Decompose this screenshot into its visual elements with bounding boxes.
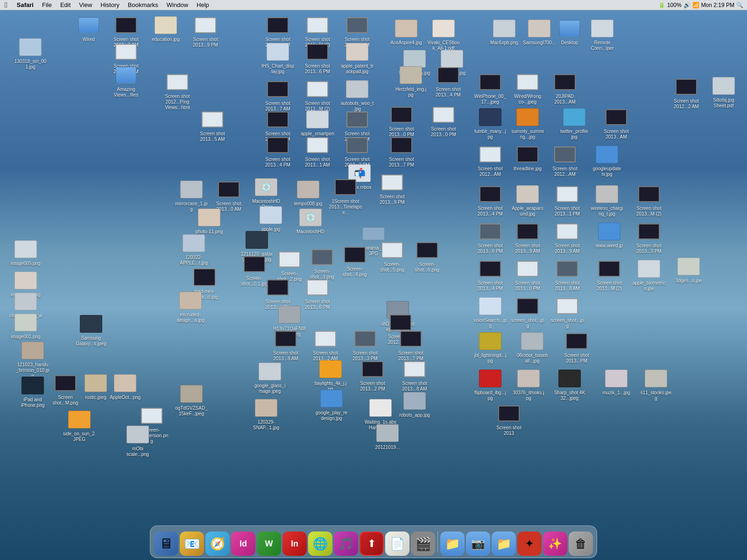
file-icon-ipad-iphone[interactable]: iPad and iPhone.png xyxy=(14,374,51,409)
file-icon-screen-cluster5[interactable]: Screen-shot...5.png xyxy=(374,239,411,273)
file-icon-ss-3pm-b[interactable]: Screen shot 2013...3 PM xyxy=(346,328,384,362)
file-icon-wired-wrong[interactable]: Wired/Wrong co-..jpeg xyxy=(509,71,546,105)
file-icon-ss-2013-4pm[interactable]: Screen shot 2013...4 PM xyxy=(472,183,509,217)
file-icon-voicesearch[interactable]: voiceSearch...jpg xyxy=(472,295,509,329)
file-icon-mac6xpb[interactable]: Mac6xpb.png xyxy=(486,17,523,46)
file-icon-aceaspire[interactable]: AceAspire4.jpg xyxy=(388,17,425,46)
file-icon-120322[interactable]: 120322-APPLE...t.jpg xyxy=(175,232,212,266)
file-icon-30376[interactable]: 30376_itmoks.jpg xyxy=(510,367,547,402)
file-icon-ss-m2c[interactable]: Screen shot 2013...M (2) xyxy=(630,183,668,217)
file-icon-ss-4pm-c[interactable]: Screen shot 2013...4 PM xyxy=(472,258,509,292)
file-icon-summly[interactable]: summly_summing...jpg xyxy=(509,106,546,140)
file-icon-image001[interactable]: image001.png xyxy=(7,311,44,340)
file-icon-ss-2013-836[interactable]: Screen shot 2013 xyxy=(490,402,528,437)
search-icon[interactable]: 🔍 xyxy=(736,2,743,8)
menu-window[interactable]: Window xyxy=(163,0,192,10)
menu-view[interactable]: View xyxy=(75,0,96,10)
file-icon-06robot[interactable]: 06robot_baseball...jpg xyxy=(514,330,551,364)
file-icon-twitter-profile[interactable]: twitter_profile jpg xyxy=(556,106,593,140)
file-icon-ss-7pm-b[interactable]: Screen shot 2013...7 PM xyxy=(383,134,420,168)
file-icon-handu[interactable]: 121023_handu_brinson_010.jpg xyxy=(14,339,51,379)
menu-file[interactable]: File xyxy=(38,0,56,10)
menu-edit[interactable]: Edit xyxy=(56,0,74,10)
dock-indesign2[interactable]: In xyxy=(282,532,307,556)
dock-party[interactable]: ✨ xyxy=(543,532,567,556)
file-icon-ss-m2b[interactable]: Screen shot 2013...M (2) xyxy=(299,78,336,112)
file-icon-amazing-views[interactable]: Amazing Views...files xyxy=(107,64,145,98)
file-icon-ss-4pm-b[interactable]: Screen shot 2013...4 PM xyxy=(259,134,296,168)
file-icon-sharp[interactable]: Sharp_shot 4K 32...jpeg xyxy=(551,367,588,402)
file-icon-1screen[interactable]: 1Screen shot 2013...Timelapse... xyxy=(327,176,364,216)
menu-history[interactable]: History xyxy=(97,0,123,10)
file-icon-desktop-folder[interactable]: Desktop xyxy=(551,17,588,46)
dock-apps[interactable]: ✦ xyxy=(517,532,542,556)
file-icon-wired[interactable]: Wired xyxy=(70,14,107,43)
menu-bookmarks[interactable]: Bookmarks xyxy=(124,0,162,10)
dock-chrome[interactable]: 🌐 xyxy=(308,532,332,556)
file-icon-ihs[interactable]: IHS_Chart_display.jpg xyxy=(259,41,296,75)
dock-safari[interactable]: 🧭 xyxy=(205,532,230,556)
dock-clapper[interactable]: 🎬 xyxy=(411,532,435,556)
file-icon-tempo[interactable]: tempo008.jpg xyxy=(289,178,327,207)
file-icon-photo11[interactable]: photo-11.png xyxy=(190,206,228,235)
file-icon-ss-2am[interactable]: Screen shot 2013...2 AM xyxy=(307,328,344,362)
file-icon-ss-9am-c[interactable]: Screen shot 2013...9 AM xyxy=(549,220,586,255)
file-icon-20121019[interactable]: 20121019... xyxy=(369,422,406,451)
file-icon-ss-ping[interactable]: Screen shot 2012...Ping Views...html xyxy=(159,71,196,111)
file-icon-mobi[interactable]: mObi scale...png xyxy=(119,423,156,458)
file-icon-ss-1am[interactable]: Screen shot 2013...1 AM xyxy=(299,134,336,168)
file-icon-ss-2pm[interactable]: Screen shot 2013...2 PM xyxy=(354,358,391,392)
file-icon-screen-shot-d2[interactable]: screen_shot...jpg xyxy=(549,295,586,329)
menu-safari[interactable]: Safari xyxy=(13,0,37,10)
file-icon-screen-cluster4[interactable]: Screen-shot...4.png xyxy=(336,244,374,278)
dock-finder[interactable]: 🖥 xyxy=(154,532,178,556)
dock-trash[interactable]: 🗑 xyxy=(569,532,593,556)
file-icon-ss-7am[interactable]: Screen shot 2013...7 AM xyxy=(259,78,296,112)
file-icon-siri[interactable]: 130318_siri_001.jpg xyxy=(12,36,49,70)
file-icon-robots[interactable]: robots_app.jpg xyxy=(396,390,433,419)
file-icon-winphone[interactable]: WinPhone_00_17...jpeg xyxy=(472,71,509,105)
file-icon-ss-m2-d[interactable]: Screen shot 2013...M (2) xyxy=(591,258,628,292)
file-icon-ss-4pm[interactable]: Screen shot 2013...4 PM xyxy=(430,64,467,98)
file-icon-ipad20[interactable]: 20JIPAD 2013...AM xyxy=(546,71,584,105)
file-icon-ss-5am[interactable]: Screen shot 2013...5 AM xyxy=(194,108,231,143)
dock-folder3[interactable]: 📁 xyxy=(492,532,516,556)
file-icon-excruded[interactable]: excruded-design...a.jpg xyxy=(172,289,209,324)
file-icon-wireless[interactable]: wireless_charging_t.jpg xyxy=(588,183,626,217)
file-icon-ss-r1[interactable]: Screen shot 2012...AM xyxy=(472,143,509,178)
file-icon-appleoct[interactable]: AppleOct...png xyxy=(106,372,144,401)
file-icon-tumblr[interactable]: tumblr_many...jpg xyxy=(472,106,509,140)
file-icon-screen-shot-d1[interactable]: screen_shot...jpg xyxy=(509,295,546,329)
file-icon-3dges[interactable]: 3dges...s.jpe xyxy=(670,255,707,284)
file-icon-google-play[interactable]: google_play_redesign.jpg xyxy=(313,387,350,422)
file-icon-ss-9am-b[interactable]: Screen shot 2013...9 AM xyxy=(509,220,546,255)
apple-menu[interactable]:  xyxy=(0,0,12,10)
file-icon-flipboard[interactable]: flipboard_ibg...jpg xyxy=(472,367,509,402)
file-icon-ss-8am[interactable]: Screen shot 2013...8 AM xyxy=(267,328,304,362)
file-icon-hertzfeld[interactable]: Hertzfeld_img.jpg xyxy=(392,64,430,98)
file-icon-image005[interactable]: image005.png xyxy=(7,238,44,267)
file-icon-ss-8am-b[interactable]: Screen shot 2013...8 AM xyxy=(396,358,433,392)
file-icon-googleupdate[interactable]: googleupdate tv.jpg xyxy=(588,143,626,178)
dock-itunes[interactable]: 🎵 xyxy=(334,532,358,556)
file-icon-remote-conn[interactable]: Remote Conn...lper xyxy=(584,17,621,52)
file-icon-autobots[interactable]: autobots_woo_t.jpg xyxy=(338,78,376,112)
file-icon-ss-6pm-b[interactable]: Screen shot 2013...6 PM xyxy=(472,220,509,255)
dock-word[interactable]: W xyxy=(257,532,281,556)
file-icon-apple-wrap[interactable]: Apple_wraparound.jpg xyxy=(509,183,546,217)
dock-folder2[interactable]: 📷 xyxy=(466,532,490,556)
file-icon-wwwwired[interactable]: www.wired.jp xyxy=(591,220,628,249)
dock-indesign[interactable]: Id xyxy=(231,532,255,556)
file-icon-screen-cluster6[interactable]: Screen-shot...6.png xyxy=(409,239,446,273)
file-icon-jbl[interactable]: jbl_lightningd...jpg xyxy=(472,330,509,364)
file-icon-ss-6pm[interactable]: Screen shot 2013...6 PM xyxy=(299,41,336,75)
file-icon-ss-0pm[interactable]: Screen shot 2013...0 PM xyxy=(383,104,420,138)
file-icon-ss-2013-2[interactable]: Screen shot 2013...9 PM xyxy=(187,14,224,49)
dock-docs[interactable]: 📄 xyxy=(385,532,409,556)
dock-mail[interactable]: 📧 xyxy=(180,532,204,556)
file-icon-ss-0pm-2[interactable]: Screen shot 2013...0 PM xyxy=(425,104,462,138)
file-icon-screen-cluster3[interactable]: Screen-shot...3.png xyxy=(303,246,341,280)
file-icon-ss-9pm[interactable]: Screen shot 2013...9 PM xyxy=(374,171,411,206)
file-icon-education[interactable]: education.jpg xyxy=(147,14,184,43)
file-icon-siltobil[interactable]: Siltobij.jpg Sheet.pdf xyxy=(705,75,742,109)
